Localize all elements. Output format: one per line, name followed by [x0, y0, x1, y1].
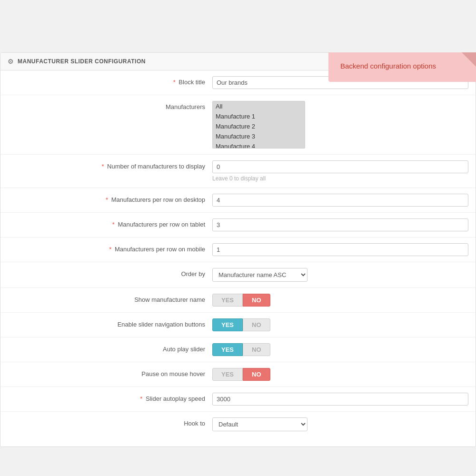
- auto-play-row: Auto play slider YES NO: [0, 337, 476, 362]
- per-row-tablet-input[interactable]: [212, 218, 468, 231]
- show-name-toggle-group: YES NO: [212, 294, 468, 307]
- per-row-desktop-label: * Manufacturers per row on desktop: [8, 194, 212, 203]
- required-star2: *: [101, 163, 104, 170]
- num-manufacturers-control: Leave 0 to display all: [212, 160, 468, 182]
- per-row-desktop-control: [212, 194, 468, 207]
- pause-hover-control: YES NO: [212, 368, 468, 381]
- slider-nav-row: Enable slider navigation buttons YES NO: [0, 313, 476, 337]
- configuration-panel: ⚙ MANUFACTURER SLIDER CONFIGURATION * Bl…: [0, 52, 476, 447]
- auto-play-label: Auto play slider: [8, 343, 212, 353]
- per-row-mobile-input[interactable]: [212, 243, 468, 256]
- per-row-desktop-input[interactable]: [212, 194, 468, 207]
- required-star: *: [173, 79, 176, 86]
- per-row-desktop-row: * Manufacturers per row on desktop: [0, 188, 476, 213]
- num-manufacturers-label: * Number of manufacturers to display: [8, 160, 212, 170]
- show-name-label: Show manufacturer name: [8, 294, 212, 303]
- per-row-tablet-label: * Manufacturers per row on tablet: [8, 218, 212, 228]
- manufacturers-select-wrapper: All Manufacture 1 Manufacture 2 Manufact…: [212, 101, 305, 149]
- order-by-select[interactable]: Manufacturer name ASC Manufacturer name …: [212, 268, 307, 282]
- slider-nav-control: YES NO: [212, 318, 468, 331]
- backend-config-note: Backend configuration options: [328, 52, 476, 82]
- autoplay-speed-row: * Slider autoplay speed: [0, 387, 476, 412]
- required-star4: *: [112, 221, 115, 228]
- auto-play-no-btn[interactable]: NO: [243, 343, 270, 356]
- manufacturers-row: Manufacturers All Manufacture 1 Manufact…: [0, 95, 476, 155]
- required-star6: *: [140, 395, 142, 402]
- required-star3: *: [106, 196, 108, 203]
- num-manufacturers-row: * Number of manufacturers to display Lea…: [0, 155, 476, 188]
- auto-play-yes-btn[interactable]: YES: [212, 343, 243, 356]
- pause-hover-no-btn[interactable]: NO: [243, 368, 270, 381]
- per-row-mobile-label: * Manufacturers per row on mobile: [8, 243, 212, 253]
- auto-play-control: YES NO: [212, 343, 468, 356]
- gear-icon: ⚙: [8, 58, 14, 65]
- pause-hover-yes-btn[interactable]: YES: [212, 368, 243, 381]
- show-name-no-btn[interactable]: NO: [243, 294, 270, 307]
- slider-nav-no-btn[interactable]: NO: [243, 318, 270, 331]
- autoplay-speed-label: * Slider autoplay speed: [8, 393, 212, 402]
- auto-play-toggle-group: YES NO: [212, 343, 468, 356]
- hook-to-control: Default Header Footer Left column Right …: [212, 417, 468, 431]
- show-name-row: Show manufacturer name YES NO: [0, 288, 476, 313]
- order-by-control: Manufacturer name ASC Manufacturer name …: [212, 268, 468, 282]
- per-row-mobile-control: [212, 243, 468, 256]
- num-manufacturers-input[interactable]: [212, 160, 468, 173]
- per-row-mobile-row: * Manufacturers per row on mobile: [0, 238, 476, 262]
- hook-to-label: Hook to: [8, 417, 212, 427]
- manufacturers-control: All Manufacture 1 Manufacture 2 Manufact…: [212, 101, 468, 149]
- hook-to-row: Hook to Default Header Footer Left colum…: [0, 412, 476, 437]
- slider-nav-label: Enable slider navigation buttons: [8, 318, 212, 328]
- required-star5: *: [109, 246, 111, 253]
- panel-header-title: MANUFACTURER SLIDER CONFIGURATION: [18, 58, 146, 65]
- manufacturers-label: Manufacturers: [8, 101, 212, 110]
- order-by-label: Order by: [8, 268, 212, 278]
- slider-nav-yes-btn[interactable]: YES: [212, 318, 243, 331]
- autoplay-speed-input[interactable]: [212, 393, 468, 406]
- num-manufacturers-hint: Leave 0 to display all: [212, 175, 468, 182]
- per-row-tablet-row: * Manufacturers per row on tablet: [0, 213, 476, 238]
- pause-hover-toggle-group: YES NO: [212, 368, 468, 381]
- pause-hover-label: Pause on mouse hover: [8, 368, 212, 377]
- pause-hover-row: Pause on mouse hover YES NO: [0, 362, 476, 387]
- manufacturers-select[interactable]: All Manufacture 1 Manufacture 2 Manufact…: [212, 101, 305, 149]
- block-title-label: * Block title: [8, 76, 212, 86]
- hook-to-select[interactable]: Default Header Footer Left column Right …: [212, 417, 307, 431]
- slider-nav-toggle-group: YES NO: [212, 318, 468, 331]
- show-name-control: YES NO: [212, 294, 468, 307]
- show-name-yes-btn[interactable]: YES: [212, 294, 243, 307]
- order-by-row: Order by Manufacturer name ASC Manufactu…: [0, 262, 476, 288]
- autoplay-speed-control: [212, 393, 468, 406]
- backend-note-text: Backend configuration options: [340, 62, 436, 70]
- per-row-tablet-control: [212, 218, 468, 231]
